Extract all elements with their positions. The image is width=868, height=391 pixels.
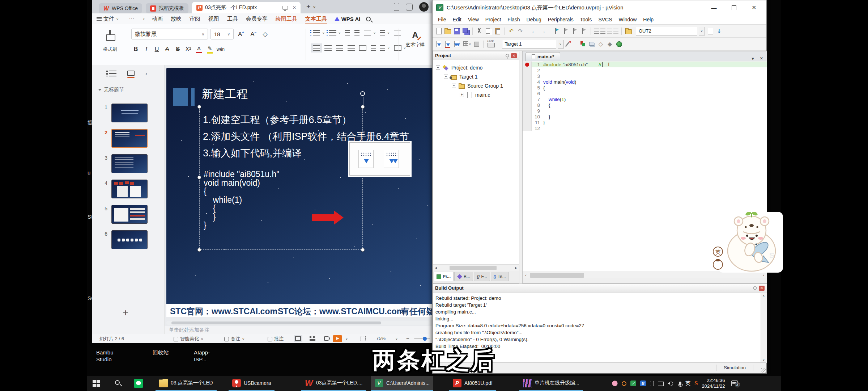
books-icon[interactable] <box>615 40 623 48</box>
align-right-icon[interactable] <box>336 45 343 51</box>
code-line[interactable]: 5{ <box>523 85 767 91</box>
volume-icon[interactable] <box>668 381 673 386</box>
slide-title[interactable]: 新建工程 <box>202 87 248 102</box>
batch-build-icon[interactable] <box>462 40 469 48</box>
search-icon[interactable] <box>366 17 371 21</box>
editor-tab-main-c[interactable]: main.c* <box>526 52 560 61</box>
stop-build-icon[interactable] <box>473 40 480 48</box>
undo-icon[interactable]: ↶ <box>507 27 515 35</box>
save-all-icon[interactable] <box>462 27 469 35</box>
find-icon[interactable] <box>706 27 714 35</box>
code-line[interactable]: 9 <box>523 108 767 114</box>
save-icon[interactable] <box>453 27 460 35</box>
navigate-back-icon[interactable]: ← <box>530 27 538 35</box>
align-center-icon[interactable] <box>324 45 332 51</box>
format-button[interactable]: S <box>173 45 182 54</box>
code-line[interactable]: 4void main(void) <box>523 79 767 85</box>
cut-icon[interactable] <box>476 27 483 35</box>
scrollbar-thumb[interactable] <box>450 266 497 270</box>
fit-to-window-button[interactable] <box>361 336 366 341</box>
panel-tab[interactable]: F... <box>474 272 490 281</box>
tab-list-dropdown-icon[interactable]: ▼ <box>751 56 755 61</box>
scroll-left-icon[interactable]: ‹ <box>523 273 529 277</box>
start-button[interactable] <box>93 380 100 387</box>
font-size-select[interactable]: 18∨ <box>210 29 234 39</box>
code-line[interactable]: 11} <box>523 119 767 125</box>
prev-bookmark-icon[interactable] <box>562 27 570 35</box>
menu-item[interactable]: 文本工具 <box>301 16 331 22</box>
menu-item[interactable]: Flash <box>504 17 523 22</box>
highlight-color-button[interactable]: ✎ <box>205 45 214 54</box>
justify-icon[interactable] <box>348 45 355 51</box>
redo-icon[interactable]: ↷ <box>516 27 524 35</box>
tree-item[interactable]: +main.c <box>433 90 519 99</box>
menu-item[interactable]: Debug <box>523 17 545 22</box>
menu-item[interactable]: Peripherals <box>545 17 577 22</box>
expand-toggle[interactable]: + <box>460 93 464 97</box>
breakpoint-gutter[interactable] <box>523 85 532 91</box>
rotate-handle[interactable] <box>360 91 365 96</box>
bear-badge-icon[interactable] <box>713 260 723 270</box>
desktop-icon-label[interactable]: 回收站 <box>153 349 176 356</box>
taskbar-item[interactable]: AI8051U.pdf <box>449 376 496 391</box>
taskbar-search-icon[interactable] <box>115 380 120 385</box>
menu-item[interactable]: 工具 <box>223 16 242 22</box>
menu-item[interactable]: Project <box>482 17 505 22</box>
desktop-icon-label[interactable]: Bambu Studio <box>96 349 119 363</box>
sogou-ime-icon[interactable]: S <box>694 380 698 387</box>
new-tab-button[interactable]: + <box>306 3 311 11</box>
line-spacing-icon[interactable] <box>371 45 376 51</box>
code-line[interactable]: 12 <box>523 125 767 131</box>
clear-format-button[interactable]: ◇ <box>261 30 269 38</box>
zoom-chevron-icon[interactable]: ∨ <box>395 337 398 341</box>
notes-placeholder[interactable]: 单击此处添加备注 <box>165 326 432 334</box>
tree-item[interactable]: −Source Group 1 <box>433 81 519 90</box>
art-text-button[interactable]: A 艺术字样 <box>401 30 429 48</box>
pinyin-guide-button[interactable]: wén <box>216 45 225 54</box>
code-line[interactable]: 1#include "ai8051u.h" //I <box>523 62 767 67</box>
breakpoint-gutter[interactable] <box>523 114 532 119</box>
wechat-icon[interactable] <box>134 379 143 388</box>
expand-toggle[interactable]: − <box>444 75 448 79</box>
microphone-icon[interactable] <box>679 382 681 386</box>
combo-dropdown-icon[interactable]: ∨ <box>558 40 564 49</box>
ime-indicator[interactable]: 英 <box>685 380 690 387</box>
uncomment-icon[interactable] <box>613 29 618 34</box>
format-button[interactable]: A <box>163 45 172 54</box>
selection-handle[interactable] <box>197 105 201 109</box>
target-select-combo[interactable]: Target 1 <box>502 40 556 49</box>
character-border-icon[interactable] <box>364 30 371 35</box>
project-scrollbar[interactable]: ◄ ► <box>433 264 519 271</box>
menu-item[interactable]: Help <box>640 17 657 22</box>
slide-thumbnail-row[interactable]: 1 <box>92 104 164 122</box>
taskbar-item[interactable]: 03.点亮第一个LED <box>156 376 217 391</box>
comment-icon[interactable] <box>607 29 612 34</box>
bullet-list-icon[interactable] <box>313 30 320 35</box>
close-tab-icon[interactable]: ✕ <box>293 5 296 10</box>
menu-scroll-left-icon[interactable]: ‹ <box>143 16 145 22</box>
zoom-level[interactable]: 75% <box>376 336 386 341</box>
code-line[interactable]: 10 } <box>523 114 767 119</box>
decrease-font-button[interactable]: A− <box>248 30 258 38</box>
normal-view-button[interactable] <box>295 336 301 341</box>
scroll-down-icon[interactable]: ∨ <box>762 358 765 362</box>
slide-thumbnail-row[interactable]: 3 <box>92 154 164 173</box>
zoom-out-button[interactable]: − <box>406 335 409 341</box>
incremental-find-icon[interactable]: ⇣ <box>715 27 723 35</box>
scroll-up-icon[interactable]: ∧ <box>762 294 765 298</box>
taskbar-item[interactable]: 单片机在线升级编... <box>519 376 583 391</box>
present-mode-icon[interactable] <box>282 6 288 10</box>
scroll-right-icon[interactable]: › <box>760 273 767 277</box>
avatar[interactable] <box>419 2 429 12</box>
code-line[interactable]: 8 { <box>523 102 767 108</box>
beautify-button[interactable]: 智能美化∨ <box>174 336 203 342</box>
scroll-left-icon[interactable]: ◄ <box>433 265 439 271</box>
insert-bookmark-icon[interactable] <box>553 27 561 35</box>
translate-icon[interactable] <box>435 40 442 48</box>
menu-item[interactable]: 绘图工具 <box>272 16 301 22</box>
slide-view-icon[interactable] <box>127 71 135 76</box>
tray-app-icon[interactable] <box>612 381 618 386</box>
comment-button[interactable]: 批注 <box>268 336 284 342</box>
breakpoint-gutter[interactable] <box>523 91 532 96</box>
build-icon[interactable] <box>444 40 451 48</box>
